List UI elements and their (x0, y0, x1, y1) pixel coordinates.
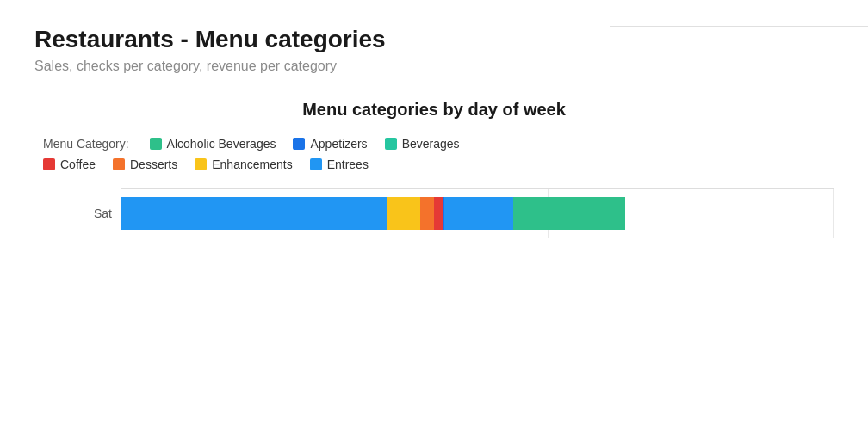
bar-alcoholic (513, 197, 625, 230)
enhancements-swatch (195, 158, 207, 170)
legend-row-1: Menu Category: Alcoholic Beverages Appet… (43, 137, 825, 151)
desserts-label: Desserts (130, 157, 177, 171)
y-axis-sat: Sat (43, 206, 112, 221)
legend-item-desserts: Desserts (113, 157, 177, 171)
bar-entrees2 (444, 197, 513, 230)
alcoholic-label: Alcoholic Beverages (167, 137, 276, 151)
bar-enhancements (388, 197, 420, 230)
legend-item-alcoholic: Alcoholic Beverages (150, 137, 276, 151)
entrees-swatch (310, 158, 322, 170)
appetizers-label: Appetizers (310, 137, 367, 151)
legend-section: Menu Category: Alcoholic Beverages Appet… (34, 137, 834, 171)
bar-stack-sat (121, 197, 625, 230)
legend-item-beverages: Beverages (385, 137, 460, 151)
legend-item-appetizers: Appetizers (293, 137, 367, 151)
sat-label: Sat (94, 207, 112, 220)
page-container: Restaurants - Menu categories Sales, che… (0, 0, 868, 432)
bar-desserts (420, 197, 434, 230)
chart-title: Menu categories by day of week (34, 100, 834, 120)
page-title: Restaurants - Menu categories (34, 26, 834, 53)
bar-row-sat: Sat (121, 189, 834, 238)
appetizers-swatch (293, 138, 305, 150)
coffee-label: Coffee (60, 157, 96, 171)
legend-item-entrees: Entrees (310, 157, 369, 171)
bar-entrees (121, 197, 388, 230)
legend-item-coffee: Coffee (43, 157, 96, 171)
desserts-swatch (113, 158, 125, 170)
alcoholic-swatch (150, 138, 162, 150)
chart-area: Sat (34, 188, 834, 238)
legend-prefix: Menu Category: (43, 137, 129, 151)
page-subtitle: Sales, checks per category, revenue per … (34, 59, 834, 74)
chart-grid: Sat (121, 188, 834, 238)
beverages-label: Beverages (402, 137, 460, 151)
header-section: Restaurants - Menu categories Sales, che… (34, 26, 834, 74)
enhancements-label: Enhancements (212, 157, 292, 171)
legend-row-2: Coffee Desserts Enhancements Entrees (43, 157, 825, 171)
coffee-swatch (43, 158, 55, 170)
legend-item-enhancements: Enhancements (195, 157, 292, 171)
chart-section: Menu categories by day of week Menu Cate… (34, 100, 834, 238)
entrees-label: Entrees (327, 157, 369, 171)
header-divider (610, 26, 868, 27)
beverages-swatch (385, 138, 397, 150)
bar-coffee (434, 197, 443, 230)
